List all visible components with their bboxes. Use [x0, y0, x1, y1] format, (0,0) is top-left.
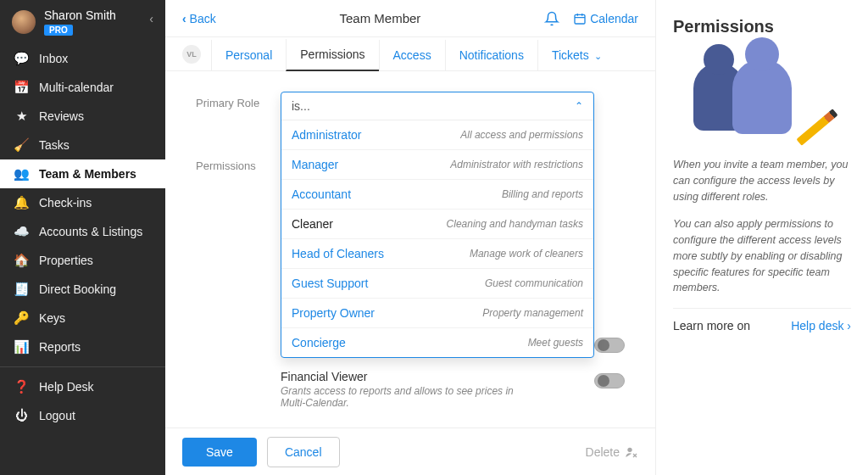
- sidebar-item-logout[interactable]: ⏻Logout: [0, 401, 165, 429]
- properties-icon: 🏠: [12, 253, 31, 268]
- save-button[interactable]: Save: [182, 438, 257, 467]
- page-title: Team Member: [340, 11, 421, 25]
- sidebar-item-keys[interactable]: 🔑Keys: [0, 304, 165, 332]
- user-name: Sharon Smith: [44, 8, 116, 22]
- sidebar-item-reports[interactable]: 📊Reports: [0, 332, 165, 361]
- inbox-icon: 💬: [12, 51, 31, 66]
- tab-personal[interactable]: Personal: [211, 40, 286, 70]
- reviews-icon: ★: [12, 109, 31, 124]
- sidebar-item-team-members[interactable]: 👥Team & Members: [0, 159, 165, 188]
- calendar-link[interactable]: Calendar: [573, 12, 638, 25]
- reports-icon: 📊: [12, 339, 31, 355]
- role-option-head-of-cleaners[interactable]: Head of CleanersManage work of cleaners: [281, 239, 593, 269]
- svg-rect-0: [575, 14, 585, 24]
- keys-icon: 🔑: [12, 310, 31, 326]
- role-option-manager[interactable]: ManagerAdministrator with restrictions: [281, 150, 593, 180]
- permissions-section-label: Permissions: [196, 154, 281, 172]
- sidebar-item-accounts-listings[interactable]: ☁️Accounts & Listings: [0, 217, 165, 246]
- role-option-administrator[interactable]: AdministratorAll access and permissions: [281, 120, 593, 150]
- permission-toggle[interactable]: [594, 338, 625, 353]
- permission-row: Reporting: [281, 417, 625, 428]
- direct-booking-icon: 🧾: [12, 282, 31, 297]
- sidebar-item-inbox[interactable]: 💬Inbox: [0, 44, 165, 73]
- help-title: Permissions: [673, 17, 851, 36]
- check-ins-icon: 🔔: [12, 195, 31, 210]
- sidebar-item-properties[interactable]: 🏠Properties: [0, 246, 165, 275]
- chevron-down-icon: ⌄: [594, 51, 602, 61]
- cancel-button[interactable]: Cancel: [267, 437, 340, 467]
- tab-permissions[interactable]: Permissions: [286, 39, 378, 71]
- role-option-cleaner[interactable]: CleanerCleaning and handyman tasks: [281, 210, 593, 239]
- chevron-left-icon: ‹: [182, 12, 186, 25]
- tab-tickets[interactable]: Tickets⌄: [537, 40, 615, 70]
- sidebar-item-multi-calendar[interactable]: 📅Multi-calendar: [0, 73, 165, 102]
- role-option-guest-support[interactable]: Guest SupportGuest communication: [281, 269, 593, 299]
- main-panel: ‹ Back Team Member Calendar VL PersonalP…: [165, 0, 656, 475]
- member-initials-avatar: VL: [182, 45, 201, 64]
- delete-button[interactable]: Delete: [586, 445, 638, 459]
- role-option-property-owner[interactable]: Property OwnerProperty management: [281, 299, 593, 328]
- sidebar-item-tasks[interactable]: 🧹Tasks: [0, 131, 165, 159]
- notifications-icon[interactable]: [544, 11, 559, 26]
- learn-more-label: Learn more on: [673, 319, 750, 332]
- help-paragraph-1: When you invite a team member, you can c…: [673, 157, 851, 204]
- sidebar-item-direct-booking[interactable]: 🧾Direct Booking: [0, 275, 165, 304]
- team-members-icon: 👥: [12, 166, 31, 182]
- sidebar-item-check-ins[interactable]: 🔔Check-ins: [0, 188, 165, 217]
- role-option-concierge[interactable]: ConciergeMeet guests: [281, 328, 593, 357]
- sidebar: Sharon Smith PRO ‹ 💬Inbox📅Multi-calendar…: [0, 0, 165, 475]
- chevron-up-icon: ⌃: [575, 100, 583, 112]
- collapse-icon[interactable]: ‹: [149, 12, 153, 25]
- multi-calendar-icon: 📅: [12, 80, 31, 95]
- help-panel: Permissions When you invite a team membe…: [656, 0, 868, 475]
- logout-icon: ⏻: [12, 408, 31, 422]
- permission-toggle[interactable]: [594, 373, 625, 388]
- user-block: Sharon Smith PRO ‹: [0, 0, 165, 44]
- tab-access[interactable]: Access: [379, 40, 445, 70]
- sidebar-item-help-desk[interactable]: ❓Help Desk: [0, 372, 165, 401]
- help-paragraph-2: You can also apply permissions to config…: [673, 216, 851, 296]
- role-option-accountant[interactable]: AccountantBilling and reports: [281, 180, 593, 210]
- permission-row: Financial ViewerGrants access to reports…: [281, 361, 625, 417]
- tab-notifications[interactable]: Notifications: [445, 40, 537, 70]
- help-desk-link[interactable]: Help desk ›: [791, 319, 851, 332]
- illustration: [673, 50, 851, 143]
- accounts-listings-icon: ☁️: [12, 224, 31, 239]
- back-button[interactable]: ‹ Back: [182, 12, 216, 25]
- avatar: [12, 10, 36, 34]
- sidebar-item-reviews[interactable]: ★Reviews: [0, 102, 165, 131]
- dropdown-value: is...: [292, 99, 310, 113]
- primary-role-dropdown[interactable]: is... ⌃ AdministratorAll access and perm…: [281, 92, 594, 358]
- tasks-icon: 🧹: [12, 137, 31, 153]
- help-desk-icon: ❓: [12, 379, 31, 394]
- primary-role-label: Primary Role: [196, 92, 281, 358]
- pro-badge: PRO: [44, 25, 73, 36]
- svg-point-1: [627, 447, 632, 451]
